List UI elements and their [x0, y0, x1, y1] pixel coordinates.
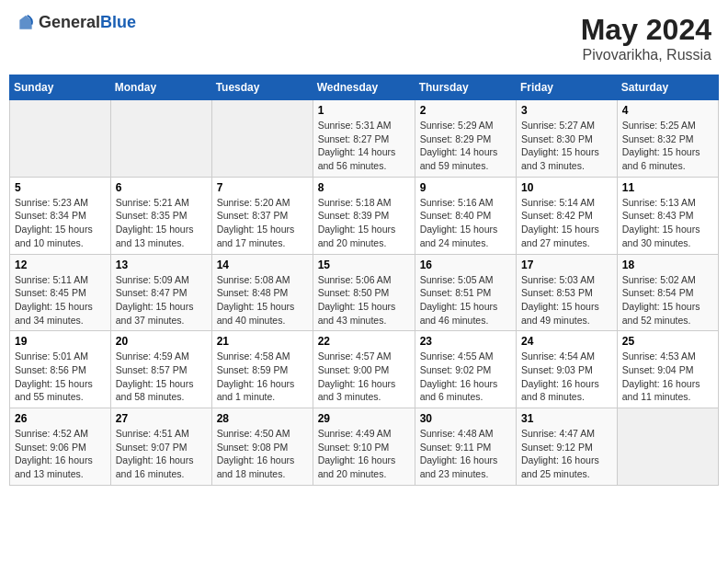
page-header: GeneralBlue May 2024 Pivovarikha, Russia	[9, 9, 719, 67]
title-block: May 2024 Pivovarikha, Russia	[581, 13, 711, 63]
day-info: Sunrise: 5:05 AM Sunset: 8:51 PM Dayligh…	[420, 273, 511, 327]
week-row-1: 1Sunrise: 5:31 AM Sunset: 8:27 PM Daylig…	[10, 100, 719, 178]
day-number: 6	[116, 181, 207, 194]
weekday-header-thursday: Thursday	[415, 75, 516, 100]
day-info: Sunrise: 5:31 AM Sunset: 8:27 PM Dayligh…	[318, 119, 410, 173]
day-info: Sunrise: 5:18 AM Sunset: 8:39 PM Dayligh…	[318, 196, 410, 250]
day-number: 31	[521, 412, 612, 425]
calendar-cell: 5Sunrise: 5:23 AM Sunset: 8:34 PM Daylig…	[10, 177, 111, 254]
day-info: Sunrise: 4:49 AM Sunset: 9:10 PM Dayligh…	[318, 427, 410, 481]
calendar-cell: 11Sunrise: 5:13 AM Sunset: 8:43 PM Dayli…	[617, 177, 718, 254]
day-info: Sunrise: 5:03 AM Sunset: 8:53 PM Dayligh…	[521, 273, 612, 327]
calendar-cell: 10Sunrise: 5:14 AM Sunset: 8:42 PM Dayli…	[517, 177, 618, 254]
day-info: Sunrise: 4:47 AM Sunset: 9:12 PM Dayligh…	[521, 427, 612, 481]
logo-text: GeneralBlue	[39, 13, 136, 32]
weekday-header-friday: Friday	[517, 75, 618, 100]
day-info: Sunrise: 5:14 AM Sunset: 8:42 PM Dayligh…	[521, 196, 612, 250]
day-number: 29	[318, 412, 410, 425]
weekday-header-row: SundayMondayTuesdayWednesdayThursdayFrid…	[10, 75, 719, 100]
day-info: Sunrise: 4:48 AM Sunset: 9:11 PM Dayligh…	[420, 427, 511, 481]
day-number: 26	[15, 412, 106, 425]
calendar-cell: 23Sunrise: 4:55 AM Sunset: 9:02 PM Dayli…	[415, 331, 516, 408]
calendar-cell: 24Sunrise: 4:54 AM Sunset: 9:03 PM Dayli…	[517, 331, 618, 408]
week-row-5: 26Sunrise: 4:52 AM Sunset: 9:06 PM Dayli…	[10, 408, 719, 486]
calendar-cell: 30Sunrise: 4:48 AM Sunset: 9:11 PM Dayli…	[415, 408, 516, 486]
day-number: 7	[217, 181, 308, 194]
day-info: Sunrise: 4:57 AM Sunset: 9:00 PM Dayligh…	[318, 350, 410, 404]
calendar-cell: 25Sunrise: 4:53 AM Sunset: 9:04 PM Dayli…	[617, 331, 718, 408]
day-number: 9	[420, 181, 511, 194]
day-info: Sunrise: 4:59 AM Sunset: 8:57 PM Dayligh…	[116, 350, 207, 404]
day-info: Sunrise: 5:27 AM Sunset: 8:30 PM Dayligh…	[521, 119, 612, 173]
calendar-cell: 7Sunrise: 5:20 AM Sunset: 8:37 PM Daylig…	[211, 177, 313, 254]
day-info: Sunrise: 4:53 AM Sunset: 9:04 PM Dayligh…	[622, 350, 713, 404]
calendar-location: Pivovarikha, Russia	[581, 47, 711, 63]
week-row-4: 19Sunrise: 5:01 AM Sunset: 8:56 PM Dayli…	[10, 331, 719, 408]
calendar-cell: 27Sunrise: 4:51 AM Sunset: 9:07 PM Dayli…	[110, 408, 211, 486]
calendar-table: SundayMondayTuesdayWednesdayThursdayFrid…	[9, 75, 719, 486]
calendar-cell: 8Sunrise: 5:18 AM Sunset: 8:39 PM Daylig…	[313, 177, 415, 254]
calendar-cell: 18Sunrise: 5:02 AM Sunset: 8:54 PM Dayli…	[617, 254, 718, 331]
day-info: Sunrise: 4:54 AM Sunset: 9:03 PM Dayligh…	[521, 350, 612, 404]
day-info: Sunrise: 5:02 AM Sunset: 8:54 PM Dayligh…	[622, 273, 713, 327]
day-number: 22	[318, 335, 410, 348]
week-row-2: 5Sunrise: 5:23 AM Sunset: 8:34 PM Daylig…	[10, 177, 719, 254]
calendar-cell: 3Sunrise: 5:27 AM Sunset: 8:30 PM Daylig…	[517, 100, 618, 178]
calendar-cell: 1Sunrise: 5:31 AM Sunset: 8:27 PM Daylig…	[313, 100, 415, 178]
day-info: Sunrise: 5:21 AM Sunset: 8:35 PM Dayligh…	[116, 196, 207, 250]
day-info: Sunrise: 4:50 AM Sunset: 9:08 PM Dayligh…	[217, 427, 308, 481]
weekday-header-saturday: Saturday	[617, 75, 718, 100]
calendar-cell: 22Sunrise: 4:57 AM Sunset: 9:00 PM Dayli…	[313, 331, 415, 408]
calendar-cell: 26Sunrise: 4:52 AM Sunset: 9:06 PM Dayli…	[10, 408, 111, 486]
day-number: 16	[420, 259, 511, 271]
day-number: 13	[116, 259, 207, 271]
day-number: 21	[217, 335, 308, 348]
calendar-cell: 12Sunrise: 5:11 AM Sunset: 8:45 PM Dayli…	[10, 254, 111, 331]
day-number: 14	[217, 259, 308, 271]
day-info: Sunrise: 5:29 AM Sunset: 8:29 PM Dayligh…	[420, 119, 511, 173]
day-number: 18	[622, 259, 713, 271]
day-number: 24	[521, 335, 612, 348]
calendar-cell: 2Sunrise: 5:29 AM Sunset: 8:29 PM Daylig…	[415, 100, 516, 178]
calendar-cell: 31Sunrise: 4:47 AM Sunset: 9:12 PM Dayli…	[517, 408, 618, 486]
calendar-cell: 15Sunrise: 5:06 AM Sunset: 8:50 PM Dayli…	[313, 254, 415, 331]
calendar-cell: 19Sunrise: 5:01 AM Sunset: 8:56 PM Dayli…	[10, 331, 111, 408]
day-number: 11	[622, 181, 713, 194]
calendar-cell: 13Sunrise: 5:09 AM Sunset: 8:47 PM Dayli…	[110, 254, 211, 331]
day-number: 27	[116, 412, 207, 425]
day-info: Sunrise: 5:06 AM Sunset: 8:50 PM Dayligh…	[318, 273, 410, 327]
day-number: 8	[318, 181, 410, 194]
day-info: Sunrise: 4:55 AM Sunset: 9:02 PM Dayligh…	[420, 350, 511, 404]
day-number: 28	[217, 412, 308, 425]
day-info: Sunrise: 5:16 AM Sunset: 8:40 PM Dayligh…	[420, 196, 511, 250]
weekday-header-tuesday: Tuesday	[211, 75, 313, 100]
calendar-cell	[211, 100, 313, 178]
day-number: 20	[116, 335, 207, 348]
day-info: Sunrise: 4:58 AM Sunset: 8:59 PM Dayligh…	[217, 350, 308, 404]
calendar-cell: 20Sunrise: 4:59 AM Sunset: 8:57 PM Dayli…	[110, 331, 211, 408]
day-info: Sunrise: 5:20 AM Sunset: 8:37 PM Dayligh…	[217, 196, 308, 250]
calendar-cell	[617, 408, 718, 486]
day-number: 2	[420, 104, 511, 117]
day-number: 25	[622, 335, 713, 348]
calendar-cell: 6Sunrise: 5:21 AM Sunset: 8:35 PM Daylig…	[110, 177, 211, 254]
day-info: Sunrise: 5:23 AM Sunset: 8:34 PM Dayligh…	[15, 196, 106, 250]
calendar-cell: 29Sunrise: 4:49 AM Sunset: 9:10 PM Dayli…	[313, 408, 415, 486]
weekday-header-monday: Monday	[110, 75, 211, 100]
day-number: 3	[521, 104, 612, 117]
week-row-3: 12Sunrise: 5:11 AM Sunset: 8:45 PM Dayli…	[10, 254, 719, 331]
calendar-cell: 17Sunrise: 5:03 AM Sunset: 8:53 PM Dayli…	[517, 254, 618, 331]
day-info: Sunrise: 4:51 AM Sunset: 9:07 PM Dayligh…	[116, 427, 207, 481]
day-info: Sunrise: 5:11 AM Sunset: 8:45 PM Dayligh…	[15, 273, 106, 327]
day-info: Sunrise: 5:01 AM Sunset: 8:56 PM Dayligh…	[15, 350, 106, 404]
calendar-cell: 4Sunrise: 5:25 AM Sunset: 8:32 PM Daylig…	[617, 100, 718, 178]
weekday-header-sunday: Sunday	[10, 75, 111, 100]
weekday-header-wednesday: Wednesday	[313, 75, 415, 100]
day-info: Sunrise: 4:52 AM Sunset: 9:06 PM Dayligh…	[15, 427, 106, 481]
day-number: 23	[420, 335, 511, 348]
day-number: 4	[622, 104, 713, 117]
calendar-title: May 2024	[581, 13, 711, 47]
day-number: 12	[15, 259, 106, 271]
day-number: 10	[521, 181, 612, 194]
calendar-cell: 21Sunrise: 4:58 AM Sunset: 8:59 PM Dayli…	[211, 331, 313, 408]
